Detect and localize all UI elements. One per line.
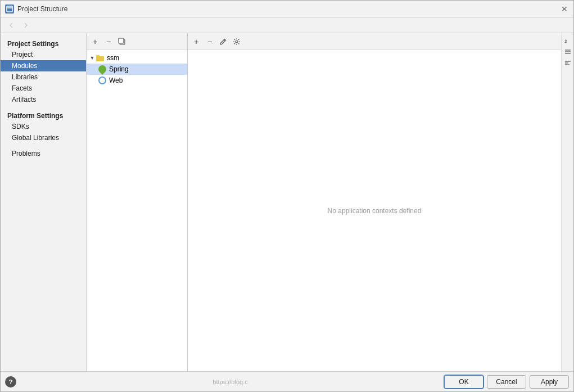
main-add-button[interactable]: +: [190, 35, 202, 48]
group-button[interactable]: [563, 47, 573, 57]
back-button[interactable]: [5, 19, 17, 31]
sidebar-item-libraries[interactable]: Libraries: [1, 71, 86, 83]
dialog-buttons: OK Cancel Apply: [444, 375, 569, 389]
sidebar-item-problems[interactable]: Problems: [1, 148, 86, 159]
main-panel-empty: No application contexts defined: [188, 50, 561, 371]
tree-remove-button[interactable]: −: [102, 35, 115, 48]
bottom-bar: ? https://blog.c OK Cancel Apply: [1, 371, 573, 391]
ok-button[interactable]: OK: [444, 375, 483, 389]
help-button[interactable]: ?: [5, 376, 16, 388]
tree-copy-button[interactable]: [116, 35, 128, 48]
tree-content: ▼ ssm Spring: [87, 50, 187, 371]
main-remove-button[interactable]: −: [204, 35, 216, 48]
project-structure-window: Project Structure ✕ Project Settings Pro…: [0, 0, 574, 392]
main-config-button[interactable]: [230, 35, 243, 48]
close-button[interactable]: ✕: [560, 4, 569, 13]
options-button[interactable]: [563, 58, 573, 68]
cancel-button[interactable]: Cancel: [487, 375, 526, 389]
sidebar-item-sdks[interactable]: SDKs: [1, 121, 86, 132]
main-edit-button[interactable]: [217, 35, 229, 48]
tree-panel: + − ▼ ssm: [87, 33, 188, 371]
tree-toolbar: + −: [87, 33, 187, 50]
app-icon: [5, 4, 14, 13]
tree-item-ssm[interactable]: ▼ ssm: [87, 52, 187, 64]
watermark: https://blog.c: [213, 379, 247, 385]
sidebar-item-project[interactable]: Project: [1, 49, 86, 60]
platform-settings-title: Platform Settings: [1, 110, 86, 121]
sidebar-item-facets[interactable]: Facets: [1, 83, 86, 94]
sidebar: Project Settings Project Modules Librari…: [1, 33, 87, 371]
spring-icon: [98, 65, 107, 74]
tree-item-web[interactable]: Web: [87, 75, 187, 86]
sidebar-item-artifacts[interactable]: Artifacts: [1, 94, 86, 105]
sidebar-item-global-libraries[interactable]: Global Libraries: [1, 132, 86, 143]
project-settings-title: Project Settings: [1, 38, 86, 49]
main-panel: + − No ap: [188, 33, 561, 371]
folder-icon: [96, 53, 105, 62]
sort-button[interactable]: ↕ 2: [563, 35, 573, 46]
sidebar-item-modules[interactable]: Modules: [1, 60, 86, 71]
nav-bar: [1, 17, 573, 33]
svg-text:2: 2: [564, 39, 567, 44]
right-gutter: ↕ 2: [561, 33, 573, 371]
forward-button[interactable]: [20, 19, 32, 31]
title-bar: Project Structure ✕: [1, 1, 573, 17]
tree-item-spring[interactable]: Spring: [87, 64, 187, 75]
apply-button[interactable]: Apply: [530, 375, 569, 389]
web-icon: [98, 76, 107, 85]
tree-toggle-ssm[interactable]: ▼: [89, 55, 96, 61]
svg-rect-3: [119, 38, 124, 43]
svg-point-4: [236, 40, 238, 43]
window-title: Project Structure: [17, 5, 67, 13]
tree-add-button[interactable]: +: [89, 35, 101, 48]
main-content-area: Project Settings Project Modules Librari…: [1, 33, 573, 371]
main-toolbar: + −: [188, 33, 561, 50]
svg-rect-0: [7, 6, 12, 12]
